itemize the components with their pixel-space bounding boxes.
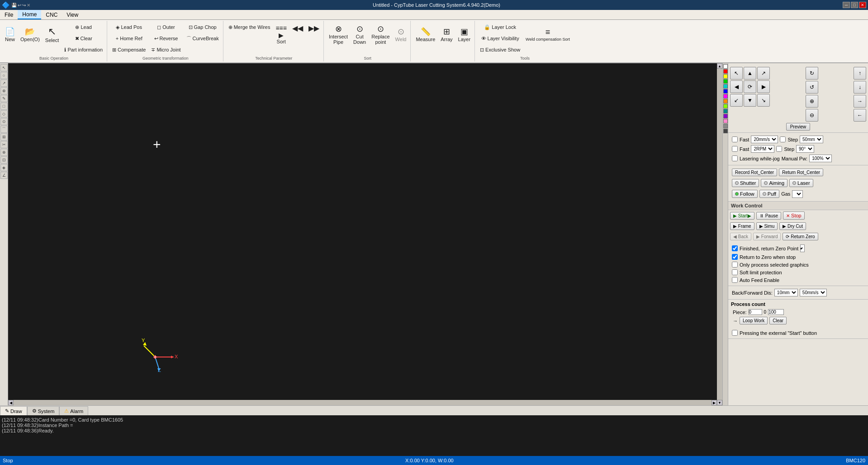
tool-dot[interactable]: ⊙ (0, 118, 8, 125)
weld-button[interactable]: ⊙ Weld (393, 22, 409, 47)
array-button[interactable]: ⊞ Array (438, 22, 455, 47)
replace-point-button[interactable]: ⊙ Replacepoint (369, 22, 392, 47)
color-red[interactable] (723, 69, 728, 74)
piece-total[interactable] (768, 309, 784, 315)
merge-button[interactable]: ⊕ Merge the Wires (226, 22, 273, 33)
nav-rotate-ccw[interactable]: ↺ (806, 81, 818, 94)
lasering-check[interactable] (732, 155, 738, 161)
layer-lock-button[interactable]: 🔒 Layer Lock (478, 22, 522, 33)
intersect-pipe-button[interactable]: ⊗ IntersectPipe (327, 22, 350, 47)
cut-down-button[interactable]: ⊙ CutDown (351, 22, 368, 47)
canvas-scrollbar-v[interactable]: ▲ ▼ (717, 63, 722, 405)
tool-circle[interactable]: ○ (0, 72, 8, 79)
tool-intersect[interactable]: ⊗ (0, 149, 8, 156)
color-green[interactable] (723, 79, 728, 84)
layer-visibility-button[interactable]: 👁 Layer Visibility (478, 33, 522, 44)
curve-break-button[interactable]: ⌒ CurveBreak (184, 33, 221, 44)
loop-work-button[interactable]: Loop Work (740, 317, 768, 324)
step-check-1[interactable] (780, 136, 786, 142)
menu-cnc[interactable]: CNC (41, 10, 62, 19)
laser-button[interactable]: Laser (789, 179, 813, 187)
start-button[interactable]: ▶ Start▶ (730, 212, 754, 220)
tool-arrow[interactable]: ↗ (0, 80, 8, 87)
nav-center[interactable]: ⟳ (744, 80, 756, 93)
tab-draw[interactable]: ✎ Draw (0, 406, 27, 415)
frame-button[interactable]: ▶ Frame (730, 222, 754, 230)
fast-speed-1[interactable]: 20mm/s (751, 136, 778, 143)
canvas-area[interactable]: + X Y Z ▲ (8, 63, 722, 405)
color-pink[interactable] (723, 119, 728, 123)
tool-curve[interactable]: ⌒ (0, 126, 8, 133)
scroll-down-btn[interactable]: ▼ (717, 400, 722, 405)
tool-scissors[interactable]: ✂ (0, 141, 8, 148)
color-gray[interactable] (723, 124, 728, 128)
tab-alarm[interactable]: ⚠ Alarm (59, 406, 88, 415)
lead-button[interactable]: ⊕ Lead (62, 22, 105, 33)
tool-target[interactable]: ◈ (0, 164, 8, 171)
new-button[interactable]: 📄 New (3, 22, 17, 47)
part-info-button[interactable]: ℹ Part information (62, 44, 105, 55)
color-lime[interactable] (723, 104, 728, 108)
nav-r4[interactable]: ← (854, 109, 866, 122)
tool-pencil[interactable]: ✎ (0, 95, 8, 102)
compensate-button[interactable]: ⊞ Compensate (110, 44, 148, 55)
fast-speed-2[interactable]: 2RPM (751, 145, 774, 153)
return-rot-center-button[interactable]: Return Rot_Center (779, 169, 823, 176)
close-button[interactable]: ✕ (859, 2, 866, 8)
canvas-scrollbar-h[interactable]: ◀ ▶ (8, 400, 717, 405)
step-check-2[interactable] (776, 146, 782, 152)
fast-check-2[interactable] (732, 146, 738, 152)
back-forward-speed[interactable]: 50mm/s (800, 289, 827, 296)
gap-chop-button[interactable]: ⊡ Gap Chop (184, 22, 221, 33)
color-yellow[interactable] (723, 74, 728, 79)
external-start-check[interactable] (732, 330, 738, 336)
weld-compensation-button[interactable]: ≡ Weld compensation Sort (523, 22, 572, 47)
nav-rotate-cw[interactable]: ↻ (806, 67, 818, 80)
simu-button[interactable]: ▶ Simu (756, 222, 778, 230)
open-button[interactable]: 📂 Open(O) (18, 22, 42, 47)
nav-downleft[interactable]: ↙ (730, 94, 743, 107)
sort-next-button[interactable]: ▶▶ (306, 22, 322, 35)
nav-r1[interactable]: ↑ (854, 67, 866, 80)
reverse-button[interactable]: ↩ Reverse (149, 33, 183, 44)
scroll-right-btn[interactable]: ▶ (711, 400, 717, 405)
back-forward-dis[interactable]: 10mm (774, 289, 798, 296)
back-button[interactable]: ◀ Back (730, 233, 751, 240)
finished-return-check[interactable] (732, 245, 738, 251)
puff-button[interactable]: Puff (759, 190, 779, 198)
color-magenta[interactable] (723, 94, 728, 99)
tool-diamond[interactable]: ◇ (0, 110, 8, 117)
tool-cross[interactable]: ⊕ (0, 87, 8, 94)
color-white[interactable] (723, 64, 728, 69)
scroll-left-btn[interactable]: ◀ (8, 400, 14, 405)
layer-button[interactable]: ▣ Layer (456, 22, 473, 47)
color-teal[interactable] (723, 109, 728, 113)
tool-rect[interactable]: □ (0, 103, 8, 110)
menu-view[interactable]: View (62, 10, 83, 19)
record-rot-center-button[interactable]: Record Rot_Center (732, 169, 777, 176)
stop-button[interactable]: ✕ Stop (783, 211, 805, 220)
gas-select[interactable] (792, 190, 803, 198)
nav-r3[interactable]: → (854, 95, 866, 108)
nav-up[interactable]: ▲ (744, 67, 756, 80)
tool-angle[interactable]: ∠ (0, 172, 8, 179)
fast-check-1[interactable] (732, 136, 738, 142)
return-zero-button[interactable]: ⟳ Return Zero (783, 233, 818, 240)
select-button[interactable]: ↖ Select (43, 22, 62, 47)
follow-button[interactable]: Follow (732, 190, 758, 198)
color-dark[interactable] (723, 129, 728, 133)
nav-zoom-in[interactable]: ⊕ (806, 95, 818, 108)
exclusive-show-button[interactable]: ⊡ Exclusive Show (478, 44, 522, 55)
color-purple[interactable] (723, 114, 728, 118)
nav-upleft[interactable]: ↖ (730, 67, 743, 80)
micro-joint-button[interactable]: ∓ Micro Joint (149, 44, 183, 55)
nav-r2[interactable]: ↓ (854, 81, 866, 94)
preview-button[interactable]: Preview (786, 123, 811, 131)
forward-button[interactable]: ▶ Forward (753, 233, 781, 240)
sort-button[interactable]: ≡≡≡▶ Sort (273, 22, 289, 47)
nav-downright[interactable]: ↘ (757, 94, 770, 107)
manual-pw-val[interactable]: 100% (809, 155, 832, 162)
tool-select[interactable]: ↖ (0, 64, 8, 71)
auto-feed-check[interactable] (732, 277, 738, 283)
nav-right[interactable]: ▶ (757, 80, 770, 93)
